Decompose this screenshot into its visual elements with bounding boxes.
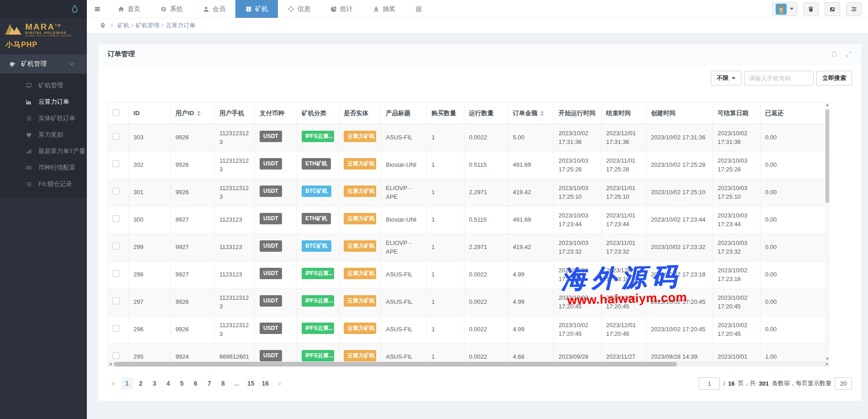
row-checkbox[interactable] <box>112 133 119 140</box>
entity-type-badge: 云算力矿机 <box>344 158 376 170</box>
row-checkbox[interactable] <box>112 270 119 277</box>
thlarge-icon <box>415 6 422 12</box>
cell-settle-date: 2023/10/03 17:25:10 <box>713 179 761 207</box>
row-checkbox[interactable] <box>112 352 119 359</box>
cell-id: 301 <box>129 179 171 207</box>
nav-item-system[interactable]: 系统 <box>150 0 193 18</box>
chevron-down-icon <box>69 61 75 67</box>
column-header[interactable]: 用户ID <box>171 102 215 124</box>
cell-id: 299 <box>129 234 171 261</box>
scroll-down-arrow[interactable] <box>825 356 830 361</box>
log-list-button[interactable] <box>846 2 862 16</box>
select-all-checkbox[interactable] <box>112 109 119 116</box>
vertical-scroll-thumb[interactable] <box>825 109 829 203</box>
external-icon <box>829 6 836 12</box>
nav-item-apps[interactable] <box>405 0 432 18</box>
cell-returned: 0.00 <box>761 316 830 344</box>
breadcrumb-link[interactable]: 矿机 <box>117 22 129 29</box>
cell-end-time: 2023/12/01 17:20:45 <box>602 289 646 316</box>
nav-item-member[interactable]: 会员 <box>193 0 235 18</box>
clear-cache-button[interactable] <box>803 2 819 16</box>
page-button-7[interactable]: 7 <box>203 377 215 390</box>
page-button-3[interactable]: 3 <box>149 377 160 390</box>
scroll-left-arrow[interactable] <box>107 361 113 367</box>
sidebar-section-miner-manage[interactable]: 矿机管理 <box>0 54 87 74</box>
page-button-8[interactable]: 8 <box>217 377 229 390</box>
table-row: 29799261123123123USDTIPFS云算...云算力矿机ASUS-… <box>108 289 830 316</box>
sort-icon[interactable] <box>197 111 201 116</box>
table-header-row: ID用户ID用户手机支付币种矿机分类是否实体产品标题购买数量运行数量订单金额开始… <box>108 102 830 124</box>
prev-page-button[interactable]: « <box>107 377 119 390</box>
page-button-1[interactable]: 1 <box>121 377 133 390</box>
sidebar-item-miner-manage[interactable]: 矿机管理 <box>0 77 87 94</box>
scroll-right-arrow[interactable] <box>824 361 830 367</box>
row-checkbox[interactable] <box>112 215 119 222</box>
row-checkbox[interactable] <box>112 160 119 167</box>
nav-item-lottery[interactable]: 抽奖 <box>363 0 405 18</box>
user-menu-button[interactable] <box>772 2 797 16</box>
column-header[interactable]: 订单金额 <box>508 102 554 124</box>
breadcrumb-link[interactable]: 矿机管理 <box>136 22 160 29</box>
list2-icon <box>26 115 32 122</box>
page-button-16[interactable]: 16 <box>259 377 272 390</box>
refresh-icon[interactable] <box>831 51 838 58</box>
sidebar-toggle-button[interactable] <box>87 0 108 18</box>
scope-dropdown[interactable]: 不限 <box>711 71 741 85</box>
cell-end-time: 2023/11/27 <box>602 344 646 362</box>
nav-item-stats[interactable]: 统计 <box>320 0 363 18</box>
search-button[interactable]: 立即搜索 <box>816 71 852 85</box>
next-page-button[interactable]: » <box>273 377 285 390</box>
nav-item-info[interactable]: 信息 <box>278 0 320 18</box>
cell-create-time: 2023/10/02 17:23:44 <box>646 207 713 234</box>
column-header: ID <box>129 102 171 124</box>
nav-item-label: 首页 <box>128 5 140 13</box>
vertical-scrollbar[interactable] <box>825 102 830 361</box>
sort-icon[interactable] <box>540 111 544 116</box>
page-button-5[interactable]: 5 <box>176 377 188 390</box>
cell-create-time: 2023/10/02 17:25:10 <box>646 179 713 207</box>
panel-body: 不限 立即搜索 ID用户ID用户手机支付币种矿机分类是否实体 <box>98 64 861 401</box>
scroll-up-arrow[interactable] <box>825 102 830 107</box>
page-button-2[interactable]: 2 <box>135 377 147 390</box>
sidebar-item-cloud-orders[interactable]: 云算力订单 <box>0 94 87 110</box>
cell-amount: 4.68 <box>508 344 554 362</box>
column-label: 结束时间 <box>606 110 631 117</box>
breadcrumb-link[interactable]: 云算力订单 <box>165 22 195 29</box>
miner-category-badge: IPFS云算... <box>302 350 334 361</box>
page-size-input[interactable] <box>835 377 852 390</box>
pagination-info: / 16 页，共 301 条数据，每页显示数量 <box>699 377 852 390</box>
page-button-6[interactable]: 6 <box>190 377 202 390</box>
sidebar-section-label: 矿机管理 <box>21 60 47 68</box>
row-checkbox[interactable] <box>112 297 119 304</box>
row-checkbox[interactable] <box>112 188 119 195</box>
fullscreen-icon[interactable] <box>845 51 852 58</box>
page-jump-input[interactable] <box>699 377 720 390</box>
cell-product: Biostar-UNI <box>381 207 427 234</box>
fullscreen-link-button[interactable] <box>825 2 840 16</box>
nav-item-miner[interactable]: 矿机 <box>235 0 278 18</box>
row-checkbox[interactable] <box>112 325 119 332</box>
sidebar-item-entity-orders[interactable]: 实体矿机订单 <box>0 110 87 127</box>
cell-phone: 1123123 <box>215 234 255 261</box>
page-button-15[interactable]: 15 <box>245 377 257 390</box>
cell-end-time: 2023/11/01 17:25:10 <box>602 179 646 207</box>
pagination-separator: / <box>723 380 725 387</box>
row-checkbox[interactable] <box>112 243 119 249</box>
brand-logo-block: MARATM DIGITAL HOLDINGS GLOBAL DIGITAL C… <box>0 18 87 37</box>
horizontal-scroll-thumb[interactable] <box>114 362 677 366</box>
sidebar-item-coin-market[interactable]: 币种行情配置 <box>0 159 87 176</box>
column-header: 可结算日期 <box>713 102 761 124</box>
column-label: 矿机分类 <box>302 110 326 117</box>
page-button-4[interactable]: 4 <box>162 377 174 390</box>
sidebar-item-hash-reward[interactable]: 算力奖励 <box>0 127 87 143</box>
cell-buy-qty: 1 <box>427 207 464 234</box>
sidebar-item-latest-output[interactable]: 最新算力单T产量 <box>0 143 87 159</box>
cell-amount: 4.99 <box>508 316 554 344</box>
horizontal-scrollbar[interactable] <box>107 361 830 367</box>
column-label: 开始运行时间 <box>559 110 596 117</box>
sidebar-item-fil-lock[interactable]: FIL锁仓记录 <box>0 176 87 192</box>
brand-subtitle: DIGITAL HOLDINGS <box>25 31 71 34</box>
phone-search-input[interactable] <box>744 71 814 85</box>
cell-run-qty: 2.2971 <box>464 179 508 207</box>
nav-item-home[interactable]: 首页 <box>108 0 150 18</box>
